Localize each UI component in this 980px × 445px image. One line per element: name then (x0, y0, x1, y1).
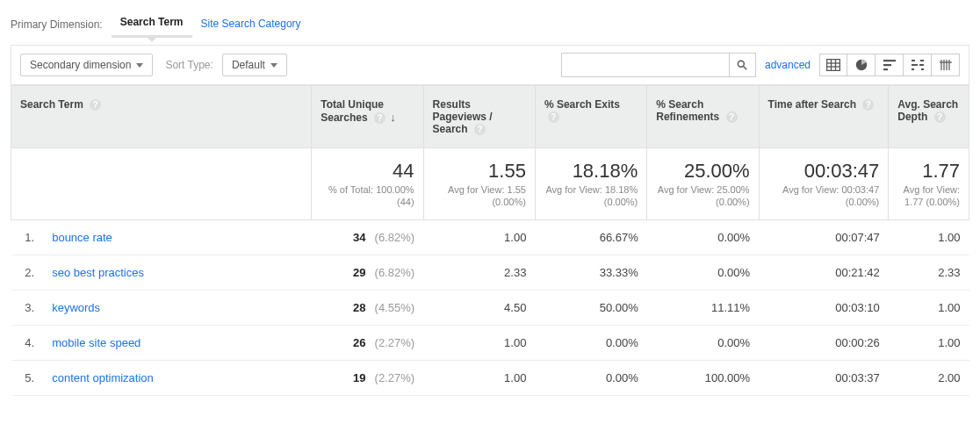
table-row: 2. seo best practices 29(6.82%) 2.33 33.… (11, 255, 969, 290)
search-icon (736, 59, 748, 71)
help-icon[interactable]: ? (934, 111, 946, 123)
sort-type-dropdown[interactable]: Default (222, 54, 287, 76)
col-header-search-refinements[interactable]: % Search Refinements ? (647, 86, 759, 148)
row-rank: 2. (11, 255, 44, 290)
col-header-avg-search-depth[interactable]: Avg. Search Depth ? (889, 86, 969, 148)
row-pageviews: 1.00 (423, 325, 535, 360)
pie-chart-icon (854, 58, 868, 72)
view-pivot-button[interactable] (932, 54, 960, 76)
col-header-total-unique-searches[interactable]: Total Unique Searches ? ↓ (312, 86, 423, 148)
summary-sub: Avg for View: 00:03:47 (0.00%) (768, 183, 880, 209)
help-icon[interactable]: ? (726, 111, 738, 123)
term-link[interactable]: keywords (52, 301, 100, 314)
row-exits: 66.67% (535, 219, 646, 255)
row-term: mobile site speed (43, 325, 312, 360)
summary-value: 18.18% (544, 161, 638, 182)
table-row: 5. content optimization 19(2.27%) 1.00 0… (11, 360, 969, 395)
row-unique: 29(6.82%) (312, 255, 423, 290)
view-mode-strip (819, 54, 960, 76)
summary-sub: Avg for View: 25.00% (0.00%) (656, 183, 749, 209)
svg-rect-16 (921, 68, 924, 70)
row-time-after: 00:03:37 (759, 360, 889, 395)
table-row: 3. keywords 28(4.55%) 4.50 50.00% 11.11%… (11, 290, 969, 325)
row-time-after: 00:07:47 (759, 219, 889, 255)
row-refinements: 11.11% (647, 290, 759, 325)
help-icon[interactable]: ? (548, 111, 559, 123)
help-icon[interactable]: ? (90, 99, 101, 111)
row-rank: 4. (11, 325, 44, 360)
term-link[interactable]: bounce rate (52, 231, 112, 244)
row-pageviews: 4.50 (423, 290, 535, 325)
help-icon[interactable]: ? (862, 99, 874, 111)
svg-rect-15 (912, 68, 914, 70)
row-time-after: 00:00:26 (759, 325, 889, 360)
summary-depth: 1.77 Avg for View: 1.77 (0.00%) (889, 148, 969, 220)
summary-value: 00:03:47 (768, 161, 880, 182)
caret-down-icon (270, 63, 277, 68)
summary-value: 25.00% (656, 161, 749, 182)
summary-exits: 18.18% Avg for View: 18.18% (0.00%) (535, 148, 646, 220)
col-header-label: Time after Search (768, 98, 857, 111)
table-row: 1. bounce rate 34(6.82%) 1.00 66.67% 0.0… (11, 219, 969, 255)
view-data-table-button[interactable] (819, 54, 847, 76)
row-exits: 33.33% (535, 255, 646, 290)
summary-unique: 44 % of Total: 100.00% (44) (312, 148, 423, 220)
sort-type-label: Sort Type: (165, 59, 213, 71)
search-button[interactable] (729, 54, 755, 76)
col-header-search-term[interactable]: Search Term ? (11, 86, 312, 148)
term-link[interactable]: mobile site speed (52, 336, 141, 349)
secondary-dimension-label: Secondary dimension (30, 59, 131, 71)
view-pie-chart-button[interactable] (847, 54, 876, 76)
primary-dimension-tabs: Primary Dimension: Search Term Site Sear… (11, 7, 969, 38)
caret-down-icon (136, 63, 143, 68)
term-link[interactable]: seo best practices (52, 266, 144, 279)
summary-pageviews: 1.55 Avg for View: 1.55 (0.00%) (423, 148, 535, 220)
summary-sub: Avg for View: 1.77 (0.00%) (897, 183, 960, 209)
summary-sub: % of Total: 100.00% (44) (321, 183, 414, 209)
svg-rect-11 (912, 60, 915, 61)
tab-search-term[interactable]: Search Term (112, 11, 192, 38)
row-exits: 0.00% (535, 360, 646, 395)
svg-rect-13 (912, 64, 918, 66)
row-term: keywords (43, 290, 312, 325)
col-header-results-pageviews[interactable]: Results Pageviews / Search ? (423, 86, 535, 148)
table-search (561, 53, 756, 77)
svg-rect-10 (883, 68, 888, 70)
pivot-icon (939, 59, 953, 71)
row-depth: 2.00 (889, 360, 969, 395)
row-depth: 1.00 (889, 219, 969, 255)
help-icon[interactable]: ? (474, 124, 486, 135)
summary-value: 44 (321, 161, 414, 182)
col-header-label: % Search Refinements (656, 98, 719, 123)
row-term: bounce rate (43, 219, 312, 255)
col-header-time-after-search[interactable]: Time after Search ? (759, 86, 889, 148)
row-refinements: 100.00% (647, 360, 759, 395)
secondary-dimension-dropdown[interactable]: Secondary dimension (20, 54, 153, 76)
help-icon[interactable]: ? (374, 112, 386, 124)
row-unique: 19(2.27%) (312, 360, 423, 395)
summary-value: 1.55 (433, 161, 526, 182)
term-link[interactable]: content optimization (52, 371, 154, 384)
sort-descending-icon: ↓ (390, 111, 396, 124)
row-time-after: 00:03:10 (759, 290, 889, 325)
search-input[interactable] (562, 54, 729, 75)
view-comparison-button[interactable] (904, 54, 932, 76)
row-term: seo best practices (43, 255, 312, 290)
row-exits: 0.00% (535, 325, 646, 360)
col-header-search-exits[interactable]: % Search Exits ? (535, 86, 646, 148)
row-refinements: 0.00% (647, 255, 759, 290)
advanced-link[interactable]: advanced (765, 59, 811, 71)
svg-rect-12 (920, 60, 924, 61)
svg-rect-8 (883, 60, 896, 61)
view-performance-button[interactable] (876, 54, 904, 76)
row-depth: 1.00 (889, 290, 969, 325)
summary-value: 1.77 (897, 161, 960, 182)
primary-dimension-label: Primary Dimension: (11, 18, 103, 31)
row-pageviews: 1.00 (423, 360, 535, 395)
bars-horizontal-icon (883, 59, 897, 71)
row-depth: 2.33 (889, 255, 969, 290)
summary-refinements: 25.00% Avg for View: 25.00% (0.00%) (647, 148, 759, 220)
comparison-icon (911, 59, 925, 71)
row-pageviews: 1.00 (423, 219, 535, 255)
tab-site-search-category[interactable]: Site Search Category (192, 12, 310, 37)
